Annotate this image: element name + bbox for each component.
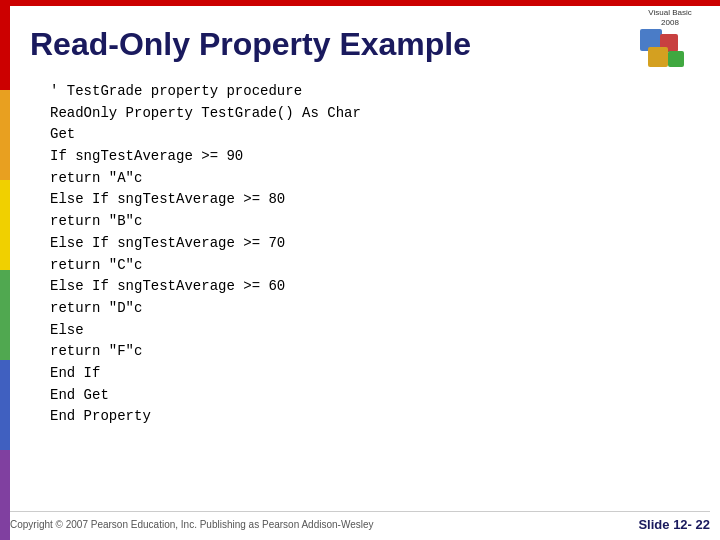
left-color-bars (0, 0, 10, 540)
bar-green (0, 270, 10, 360)
code-line: return "C"c (50, 255, 700, 277)
code-block: ' TestGrade property procedureReadOnly P… (50, 81, 700, 428)
code-line: Else If sngTestAverage >= 70 (50, 233, 700, 255)
code-line: Get (50, 124, 700, 146)
code-line: End Get (50, 385, 700, 407)
code-line: End If (50, 363, 700, 385)
code-line: return "B"c (50, 211, 700, 233)
bar-orange (0, 90, 10, 180)
bar-yellow (0, 180, 10, 270)
code-line: return "D"c (50, 298, 700, 320)
code-line: return "A"c (50, 168, 700, 190)
code-line: return "F"c (50, 341, 700, 363)
code-line: End Property (50, 406, 700, 428)
code-line: Else (50, 320, 700, 342)
code-line: Else If sngTestAverage >= 60 (50, 276, 700, 298)
code-line: If sngTestAverage >= 90 (50, 146, 700, 168)
slide-number: Slide 12- 22 (638, 517, 710, 532)
code-line: ' TestGrade property procedure (50, 81, 700, 103)
main-content: Read-Only Property Example ' TestGrade p… (10, 6, 720, 540)
copyright-text: Copyright © 2007 Pearson Education, Inc.… (10, 519, 374, 530)
bar-blue (0, 360, 10, 450)
bar-purple (0, 450, 10, 540)
code-line: ReadOnly Property TestGrade() As Char (50, 103, 700, 125)
bar-red (0, 0, 10, 90)
slide-title: Read-Only Property Example (30, 26, 700, 63)
footer: Copyright © 2007 Pearson Education, Inc.… (10, 511, 710, 532)
code-line: Else If sngTestAverage >= 80 (50, 189, 700, 211)
